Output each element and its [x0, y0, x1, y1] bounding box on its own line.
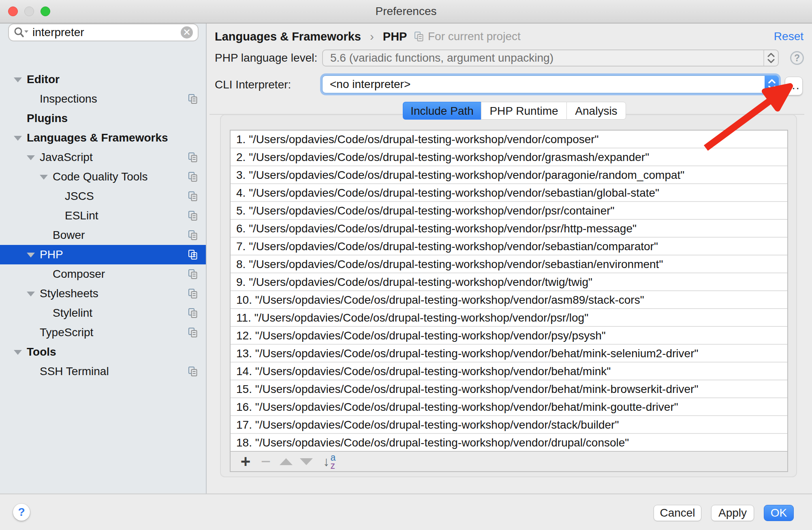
- tab-analysis[interactable]: Analysis: [566, 102, 626, 120]
- move-up-button[interactable]: [276, 452, 296, 471]
- expand-arrow-icon[interactable]: [14, 77, 22, 82]
- move-down-button[interactable]: [296, 452, 316, 471]
- help-button[interactable]: ?: [13, 504, 30, 521]
- expand-arrow-icon[interactable]: [14, 136, 22, 141]
- include-path-row[interactable]: 3. "/Users/opdavies/Code/os/drupal-testi…: [231, 166, 787, 184]
- expand-arrow-icon[interactable]: [27, 253, 35, 257]
- sidebar-item-javascript[interactable]: JavaScript: [0, 148, 206, 167]
- sort-alphabetically-button[interactable]: ↓ az: [316, 452, 342, 471]
- minimize-button[interactable]: [24, 6, 34, 16]
- sidebar-item-code-quality-tools[interactable]: Code Quality Tools: [0, 167, 206, 187]
- include-path-row[interactable]: 15. "/Users/opdavies/Code/os/drupal-test…: [231, 380, 787, 398]
- include-path-row[interactable]: 7. "/Users/opdavies/Code/os/drupal-testi…: [231, 238, 787, 255]
- language-level-help-icon[interactable]: ?: [790, 51, 804, 65]
- cli-interpreter-label: CLI Interpreter:: [215, 78, 291, 91]
- sidebar-item-editor[interactable]: Editor: [0, 70, 206, 89]
- language-level-value: 5.6 (variadic functions, argument unpack…: [323, 50, 778, 66]
- sidebar-item-composer[interactable]: Composer: [0, 264, 206, 284]
- sidebar-item-plugins[interactable]: Plugins: [0, 109, 206, 128]
- include-path-row[interactable]: 16. "/Users/opdavies/Code/os/drupal-test…: [231, 398, 787, 416]
- sidebar-item-inspections[interactable]: Inspections: [0, 89, 206, 109]
- include-path-row[interactable]: 18. "/Users/opdavies/Code/os/drupal-test…: [231, 434, 787, 452]
- language-level-label: PHP language level:: [215, 51, 317, 64]
- expand-arrow-icon[interactable]: [27, 155, 35, 160]
- sidebar-item-ssh-terminal[interactable]: SSH Terminal: [0, 362, 206, 381]
- include-path-row[interactable]: 5. "/Users/opdavies/Code/os/drupal-testi…: [231, 202, 787, 220]
- override-icon: [188, 269, 198, 279]
- window-title: Preferences: [0, 0, 812, 23]
- expand-arrow-icon[interactable]: [14, 350, 22, 355]
- sidebar-item-eslint[interactable]: ESLint: [0, 206, 206, 225]
- include-path-row[interactable]: 8. "/Users/opdavies/Code/os/drupal-testi…: [231, 255, 787, 273]
- sidebar-item-typescript[interactable]: TypeScript: [0, 323, 206, 342]
- include-path-row[interactable]: 2. "/Users/opdavies/Code/os/drupal-testi…: [231, 148, 787, 166]
- sidebar-item-tools[interactable]: Tools: [0, 342, 206, 362]
- sidebar-item-label: ESLint: [65, 209, 98, 222]
- expand-arrow-icon[interactable]: [40, 175, 48, 180]
- language-level-select[interactable]: 5.6 (variadic functions, argument unpack…: [322, 49, 779, 67]
- include-path-row[interactable]: 17. "/Users/opdavies/Code/os/drupal-test…: [231, 416, 787, 434]
- expand-arrow-icon[interactable]: [27, 292, 35, 296]
- cli-interpreter-value: <no interpreter>: [323, 76, 778, 93]
- cli-interpreter-combobox[interactable]: <no interpreter>: [322, 75, 779, 93]
- include-path-row[interactable]: 1. "/Users/opdavies/Code/os/drupal-testi…: [231, 131, 787, 148]
- override-icon: [188, 366, 198, 377]
- override-icon: [188, 210, 198, 221]
- sidebar-item-label: Stylelint: [53, 307, 92, 320]
- override-icon: [188, 94, 198, 104]
- footer-divider: [0, 494, 812, 494]
- search-icon[interactable]: [13, 26, 29, 39]
- breadcrumb-current: PHP: [383, 30, 407, 43]
- include-path-row[interactable]: 12. "/Users/opdavies/Code/os/drupal-test…: [231, 327, 787, 345]
- include-path-row[interactable]: 6. "/Users/opdavies/Code/os/drupal-testi…: [231, 220, 787, 238]
- breadcrumb-parent[interactable]: Languages & Frameworks: [215, 30, 361, 43]
- include-path-row[interactable]: 14. "/Users/opdavies/Code/os/drupal-test…: [231, 363, 787, 380]
- add-path-button[interactable]: +: [235, 452, 256, 471]
- sidebar-item-label: Inspections: [40, 92, 97, 105]
- include-path-row[interactable]: 9. "/Users/opdavies/Code/os/drupal-testi…: [231, 273, 787, 291]
- sidebar-item-label: TypeScript: [40, 326, 93, 339]
- cancel-button[interactable]: Cancel: [654, 505, 701, 521]
- sidebar-item-label: Languages & Frameworks: [27, 131, 168, 144]
- sidebar-item-label: JSCS: [65, 190, 94, 203]
- sidebar-item-languages-frameworks[interactable]: Languages & Frameworks: [0, 128, 206, 148]
- preferences-window: Preferences EditorInspections PluginsLan…: [0, 0, 812, 530]
- include-path-row[interactable]: 10. "/Users/opdavies/Code/os/drupal-test…: [231, 291, 787, 309]
- sidebar-item-label: Plugins: [27, 112, 68, 125]
- override-icon: [188, 327, 198, 338]
- browse-interpreters-button[interactable]: …: [785, 77, 803, 95]
- sidebar-item-php[interactable]: PHP: [0, 245, 206, 264]
- sidebar-item-label: Tools: [27, 345, 56, 358]
- zoom-button[interactable]: [41, 6, 50, 16]
- include-path-row[interactable]: 11. "/Users/opdavies/Code/os/drupal-test…: [231, 309, 787, 327]
- sidebar-item-jscs[interactable]: JSCS: [0, 187, 206, 206]
- search-input[interactable]: [29, 26, 181, 39]
- include-path-row[interactable]: 13. "/Users/opdavies/Code/os/drupal-test…: [231, 345, 787, 363]
- sidebar-item-label: Bower: [53, 229, 85, 242]
- sidebar-item-label: Code Quality Tools: [53, 170, 148, 183]
- sidebar-item-stylelint[interactable]: Stylelint: [0, 303, 206, 323]
- cli-interpreter-stepper-icon[interactable]: [765, 75, 779, 93]
- apply-button[interactable]: Apply: [711, 505, 754, 521]
- sidebar-item-stylesheets[interactable]: Stylesheets: [0, 284, 206, 303]
- include-path-row[interactable]: 4. "/Users/opdavies/Code/os/drupal-testi…: [231, 184, 787, 202]
- for-current-project-icon: [414, 31, 424, 42]
- ok-button[interactable]: OK: [764, 505, 794, 521]
- include-path-list[interactable]: 1. "/Users/opdavies/Code/os/drupal-testi…: [230, 130, 788, 472]
- title-bar[interactable]: Preferences: [0, 0, 812, 24]
- settings-search-field[interactable]: ✕: [8, 24, 199, 41]
- sidebar-item-label: Editor: [27, 73, 60, 86]
- clear-search-icon[interactable]: ✕: [181, 26, 193, 39]
- remove-path-button[interactable]: −: [256, 452, 276, 471]
- move-up-icon: [280, 458, 293, 465]
- language-level-stepper-icon[interactable]: [763, 50, 778, 66]
- reset-link[interactable]: Reset: [774, 29, 803, 44]
- sort-arrow-icon: ↓: [323, 455, 330, 468]
- tab-include-path[interactable]: Include Path: [403, 102, 481, 120]
- sidebar-item-bower[interactable]: Bower: [0, 225, 206, 245]
- override-icon: [188, 152, 198, 163]
- close-button[interactable]: [8, 6, 18, 16]
- breadcrumb: Languages & Frameworks › PHP: [215, 29, 407, 44]
- tab-php-runtime[interactable]: PHP Runtime: [481, 102, 566, 120]
- sidebar-item-label: Composer: [53, 268, 105, 281]
